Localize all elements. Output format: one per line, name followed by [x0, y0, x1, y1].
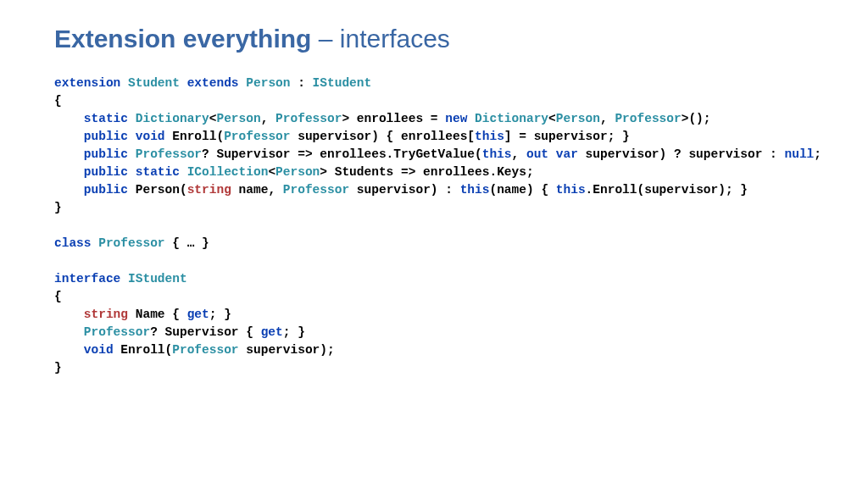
- code-token: out: [526, 147, 548, 161]
- code-token: .Enroll(supervisor); }: [586, 183, 748, 197]
- code-token: {: [54, 290, 62, 303]
- code-token: Professor: [615, 112, 681, 125]
- code-token: Dictionary: [136, 112, 209, 125]
- code-token: extension: [54, 76, 120, 90]
- code-token: ] = supervisor; }: [504, 130, 630, 143]
- code-token: Professor: [136, 147, 202, 161]
- code-token: interface: [54, 272, 120, 286]
- code-token: this: [475, 130, 504, 143]
- code-token: [54, 343, 84, 357]
- slide: Extension everything – interfaces extens…: [0, 0, 868, 488]
- code-token: supervisor) ? supervisor :: [578, 147, 785, 161]
- code-token: get: [261, 325, 283, 339]
- code-token: > enrollees =: [342, 112, 445, 125]
- code-token: ? Supervisor => enrollees.TryGetValue(: [202, 147, 482, 161]
- code-token: this: [460, 183, 490, 197]
- code-token: Person: [216, 112, 260, 125]
- code-token: IStudent: [313, 76, 372, 90]
- code-token: [180, 76, 187, 90]
- code-token: public: [84, 165, 128, 179]
- code-token: ; }: [209, 308, 231, 321]
- code-token: <: [548, 112, 556, 125]
- title-subtitle: interfaces: [340, 25, 450, 53]
- code-token: [54, 325, 84, 339]
- code-token: [54, 130, 84, 143]
- code-token: [120, 272, 128, 286]
- code-token: static: [136, 165, 180, 179]
- code-token: :: [291, 76, 313, 90]
- code-token: public: [84, 130, 128, 143]
- code-token: Person(: [128, 183, 187, 197]
- code-token: supervisor);: [239, 343, 335, 357]
- code-token: [128, 165, 136, 179]
- code-token: [54, 165, 84, 179]
- code-token: Person: [275, 165, 320, 179]
- code-token: get: [187, 308, 209, 321]
- code-token: new: [445, 112, 467, 125]
- code-token: supervisor) :: [349, 183, 460, 197]
- code-token: [180, 165, 187, 179]
- code-token: {: [54, 94, 62, 108]
- code-token: class: [54, 236, 92, 250]
- code-token: ,: [261, 112, 275, 125]
- code-token: <: [268, 165, 275, 179]
- code-token: Name {: [128, 308, 187, 321]
- code-token: }: [54, 201, 62, 214]
- code-token: Person: [556, 112, 600, 125]
- code-block: extension Student extends Person : IStud…: [54, 75, 814, 377]
- title-dash: –: [311, 25, 339, 53]
- code-token: string: [187, 183, 231, 197]
- code-token: void: [84, 343, 114, 357]
- code-token: ; }: [283, 325, 305, 339]
- slide-title: Extension everything – interfaces: [54, 24, 814, 54]
- code-token: ? Supervisor {: [150, 325, 261, 339]
- code-token: [92, 236, 99, 250]
- code-token: extends: [187, 76, 239, 90]
- code-token: this: [556, 183, 586, 197]
- code-token: [54, 147, 84, 161]
- code-token: [128, 130, 136, 143]
- code-token: Professor: [84, 325, 150, 339]
- code-token: Professor: [283, 183, 349, 197]
- code-token: [120, 76, 128, 90]
- code-token: void: [136, 130, 165, 143]
- code-token: Professor: [224, 130, 290, 143]
- code-token: [548, 147, 556, 161]
- code-token: [467, 112, 475, 125]
- code-token: Enroll(: [114, 343, 173, 357]
- code-token: [128, 147, 136, 161]
- code-token: var: [556, 147, 578, 161]
- code-token: ;: [814, 147, 821, 161]
- code-token: (name) {: [489, 183, 555, 197]
- code-token: public: [84, 183, 128, 197]
- title-strong: Extension everything: [54, 25, 311, 53]
- code-token: }: [54, 361, 62, 374]
- code-token: [128, 112, 136, 125]
- code-token: [239, 76, 247, 90]
- code-token: Student: [128, 76, 180, 90]
- code-token: ,: [512, 147, 526, 161]
- code-token: Dictionary: [475, 112, 548, 125]
- code-token: > Students => enrollees.Keys;: [320, 165, 533, 179]
- code-token: this: [482, 147, 512, 161]
- code-token: null: [785, 147, 815, 161]
- code-token: static: [84, 112, 128, 125]
- code-token: Person: [246, 76, 290, 90]
- code-token: [54, 308, 84, 321]
- code-token: Professor: [172, 343, 238, 357]
- code-token: { … }: [165, 236, 209, 250]
- code-token: Professor: [98, 236, 164, 250]
- code-token: [54, 112, 84, 125]
- code-token: ,: [600, 112, 615, 125]
- code-token: name,: [231, 183, 283, 197]
- code-token: [54, 183, 84, 197]
- code-token: >();: [682, 112, 711, 125]
- code-token: ICollection: [187, 165, 269, 179]
- code-token: public: [84, 147, 128, 161]
- code-token: IStudent: [128, 272, 187, 286]
- code-token: supervisor) { enrollees[: [291, 130, 476, 143]
- code-token: Enroll(: [165, 130, 225, 143]
- code-token: Professor: [275, 112, 342, 125]
- code-token: string: [84, 308, 128, 321]
